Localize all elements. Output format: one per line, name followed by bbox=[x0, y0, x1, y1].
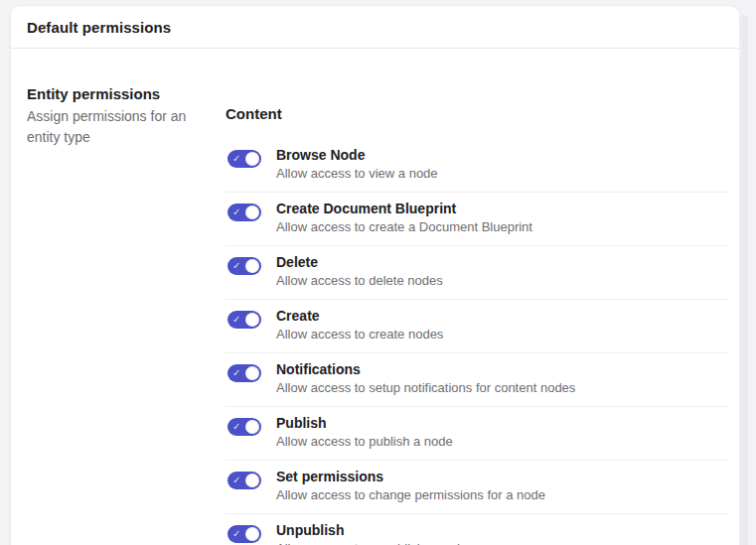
permission-row: ✓ Publish Allow access to publish a node bbox=[226, 407, 729, 461]
permission-text: Delete Allow access to delete nodes bbox=[276, 254, 443, 289]
permission-toggle[interactable]: ✓ bbox=[227, 311, 261, 329]
toggle-knob bbox=[245, 313, 259, 327]
toggle-knob bbox=[245, 152, 259, 166]
permission-label: Create Document Blueprint bbox=[276, 201, 532, 216]
permission-description: Allow access to create nodes bbox=[276, 326, 443, 342]
permission-text: Set permissions Allow access to change p… bbox=[276, 469, 545, 503]
toggle-check-icon: ✓ bbox=[232, 261, 240, 271]
toggle-knob bbox=[245, 205, 259, 219]
permission-toggle[interactable]: ✓ bbox=[227, 418, 261, 436]
permission-text: Create Allow access to create nodes bbox=[276, 308, 443, 342]
page-title: Default permissions bbox=[27, 19, 171, 36]
permission-label: Create bbox=[276, 308, 443, 324]
permission-text: Unpublish Allow access to unpublish a no… bbox=[276, 522, 467, 545]
toggle-check-icon: ✓ bbox=[232, 315, 240, 325]
card-header: Default permissions bbox=[11, 6, 739, 49]
permission-description: Allow access to publish a node bbox=[276, 433, 453, 450]
section-description: Assign permissions for an entity type bbox=[27, 106, 206, 148]
permission-row: ✓ Create Document Blueprint Allow access… bbox=[226, 193, 729, 246]
permission-text: Publish Allow access to publish a node bbox=[276, 415, 453, 450]
permission-label: Set permissions bbox=[276, 469, 545, 484]
permission-text: Browse Node Allow access to view a node bbox=[276, 147, 438, 182]
permission-description: Allow access to create a Document Bluepr… bbox=[276, 218, 532, 235]
permission-toggle[interactable]: ✓ bbox=[227, 364, 261, 382]
permission-row: ✓ Notifications Allow access to setup no… bbox=[226, 353, 729, 407]
group-title-content: Content bbox=[226, 105, 729, 122]
permission-row: ✓ Unpublish Allow access to unpublish a … bbox=[226, 514, 729, 545]
permission-toggle[interactable]: ✓ bbox=[227, 472, 261, 489]
toggle-check-icon: ✓ bbox=[232, 368, 240, 378]
permission-row: ✓ Create Allow access to create nodes bbox=[226, 300, 729, 353]
scrollbar[interactable] bbox=[741, 15, 748, 545]
permission-label: Browse Node bbox=[276, 147, 438, 163]
entity-permissions-info: Entity permissions Assign permissions fo… bbox=[27, 85, 226, 545]
permission-row: ✓ Delete Allow access to delete nodes bbox=[226, 246, 729, 300]
permission-description: Allow access to delete nodes bbox=[276, 272, 443, 289]
permission-toggle[interactable]: ✓ bbox=[227, 525, 261, 543]
permissions-panel: Content ✓ Browse Node Allow access to vi… bbox=[226, 85, 729, 545]
permission-description: Allow access to change permissions for a… bbox=[276, 486, 545, 503]
content-area: Entity permissions Assign permissions fo… bbox=[11, 49, 739, 545]
section-title: Entity permissions bbox=[27, 85, 226, 102]
permission-label: Unpublish bbox=[276, 522, 467, 538]
toggle-check-icon: ✓ bbox=[232, 207, 240, 217]
toggle-knob bbox=[245, 366, 259, 380]
toggle-check-icon: ✓ bbox=[232, 529, 240, 539]
toggle-knob bbox=[245, 527, 259, 541]
toggle-check-icon: ✓ bbox=[232, 476, 240, 485]
permission-toggle[interactable]: ✓ bbox=[227, 257, 261, 275]
permission-toggle[interactable]: ✓ bbox=[227, 204, 261, 221]
toggle-check-icon: ✓ bbox=[232, 422, 240, 432]
toggle-knob bbox=[245, 474, 259, 487]
permission-row: ✓ Set permissions Allow access to change… bbox=[226, 461, 729, 514]
permission-label: Publish bbox=[276, 415, 453, 431]
permission-row: ✓ Browse Node Allow access to view a nod… bbox=[226, 147, 729, 193]
permissions-list: ✓ Browse Node Allow access to view a nod… bbox=[226, 147, 729, 545]
permission-description: Allow access to setup notifications for … bbox=[276, 379, 575, 396]
permission-label: Notifications bbox=[276, 361, 575, 377]
permission-text: Create Document Blueprint Allow access t… bbox=[276, 201, 532, 235]
toggle-check-icon: ✓ bbox=[232, 154, 240, 164]
toggle-knob bbox=[245, 259, 259, 273]
permission-label: Delete bbox=[276, 254, 443, 270]
permission-description: Allow access to unpublish a node bbox=[276, 540, 467, 545]
permission-toggle[interactable]: ✓ bbox=[227, 150, 261, 168]
permission-text: Notifications Allow access to setup noti… bbox=[276, 361, 575, 396]
toggle-knob bbox=[245, 420, 259, 434]
permission-description: Allow access to view a node bbox=[276, 165, 438, 182]
default-permissions-card: Default permissions Entity permissions A… bbox=[10, 5, 740, 545]
